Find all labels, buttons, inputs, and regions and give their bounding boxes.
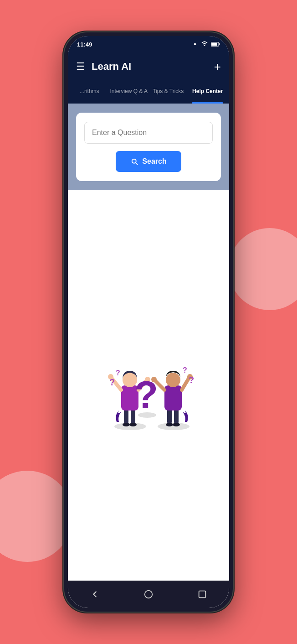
add-button[interactable]: +	[214, 60, 221, 74]
phone-screen: 11:49	[68, 36, 229, 608]
search-button[interactable]: Search	[116, 151, 181, 172]
tab-tips-tricks[interactable]: Tips & Tricks	[148, 81, 188, 104]
tab-bar: ...rithms Interview Q & A Tips & Tricks …	[68, 81, 229, 104]
svg-rect-18	[167, 408, 172, 424]
notification-icon	[192, 41, 198, 47]
svg-text:?: ?	[109, 377, 115, 387]
svg-point-24	[151, 377, 157, 382]
svg-rect-6	[124, 408, 128, 424]
svg-line-25	[182, 379, 189, 390]
svg-point-27	[166, 373, 180, 387]
back-icon	[90, 589, 100, 599]
svg-rect-2	[211, 43, 217, 46]
app-header: ☰ Learn AI +	[68, 52, 229, 81]
svg-rect-33	[199, 591, 206, 598]
svg-point-17	[138, 412, 156, 418]
power-button[interactable]	[233, 151, 235, 183]
tab-algorithms[interactable]: ...rithms	[70, 81, 109, 104]
home-button[interactable]	[140, 586, 157, 602]
status-time: 11:49	[77, 41, 92, 48]
search-section: Search	[68, 104, 229, 190]
wifi-icon	[201, 41, 208, 47]
svg-rect-22	[164, 385, 182, 410]
home-icon	[143, 589, 154, 599]
svg-point-21	[173, 423, 180, 426]
svg-point-0	[194, 43, 196, 46]
svg-text:?: ?	[183, 366, 187, 374]
svg-point-8	[123, 423, 130, 426]
search-card: Search	[76, 113, 221, 181]
phone-shell: 11:49	[64, 32, 233, 612]
svg-rect-3	[219, 43, 220, 45]
back-button[interactable]	[87, 586, 103, 602]
search-icon	[130, 157, 138, 166]
status-bar: 11:49	[68, 36, 229, 52]
svg-point-20	[166, 423, 173, 426]
recents-icon	[197, 589, 207, 599]
illustration-area: ?	[68, 190, 229, 581]
help-illustration: ?	[89, 335, 208, 436]
phone-device: 11:49	[64, 32, 233, 612]
app-title: Learn AI	[92, 61, 214, 73]
svg-rect-19	[174, 408, 179, 424]
tab-interview-qa[interactable]: Interview Q & A	[109, 81, 149, 104]
bottom-nav	[68, 581, 229, 608]
hamburger-menu-icon[interactable]: ☰	[76, 62, 85, 72]
question-input[interactable]	[84, 122, 213, 144]
main-content: ?	[68, 190, 229, 581]
svg-point-32	[145, 591, 153, 598]
svg-text:?: ?	[116, 369, 120, 377]
status-icons	[192, 41, 220, 47]
tab-help-center[interactable]: Help Center	[188, 81, 228, 104]
battery-icon	[211, 42, 220, 47]
svg-text:?: ?	[189, 375, 194, 385]
svg-point-9	[129, 423, 137, 426]
recents-button[interactable]	[194, 586, 210, 602]
